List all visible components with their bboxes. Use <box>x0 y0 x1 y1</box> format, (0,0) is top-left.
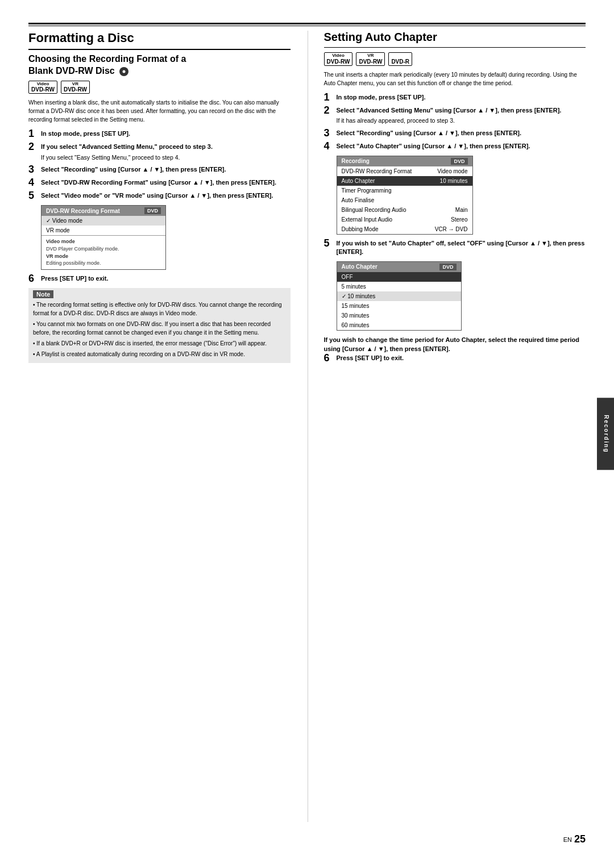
right-intro: The unit inserts a chapter mark periodic… <box>324 70 586 87</box>
page: Formatting a Disc Choosing the Recording… <box>0 0 614 868</box>
left-column: Formatting a Disc Choosing the Recording… <box>28 31 291 822</box>
right-step-2-text: Select "Advanced Setting Menu" using [Cu… <box>337 107 562 114</box>
section-title: Formatting a Disc <box>28 31 291 45</box>
sub-title-line2: Blank DVD-RW Disc <box>28 66 115 76</box>
recording-row-5: External Input Audio Stereo <box>337 215 472 224</box>
auto-chapter-menu: Auto Chapter DVD OFF 5 minutes ✓ 10 minu… <box>337 261 462 331</box>
right-step-6: 6 Press [SET UP] to exit. <box>324 354 586 363</box>
note-item-1: The recording format setting is effectiv… <box>33 301 286 318</box>
sub-title: Choosing the Recording Format of a Blank… <box>28 53 291 77</box>
dvdrw-format-menu: DVD-RW Recording Format DVD ✓ Video mode… <box>41 205 166 269</box>
recording-menu: Recording DVD DVD-RW Recording Format Vi… <box>337 156 473 235</box>
page-number: 25 <box>574 833 586 845</box>
recording-sidebar-tab: Recording <box>597 398 614 470</box>
step-1-text: In stop mode, press [SET UP]. <box>41 130 130 137</box>
auto-chapter-label: Auto Chapter <box>342 264 377 270</box>
recording-row-1: Auto Chapter 10 minutes <box>337 176 472 186</box>
auto-chapter-badge: DVD <box>439 264 456 270</box>
right-step-3-text: Select "Recording" using [Cursor ▲ / ▼],… <box>337 130 522 136</box>
badges-row: Video DVD-RW VR DVD-RW <box>28 81 291 94</box>
recording-row-4: Bilingual Recording Audio Main <box>337 205 472 215</box>
note-item-2: You cannot mix two formats on one DVD-RW… <box>33 320 286 337</box>
menu-footer: Video mode DVD Player Compatibility mode… <box>42 235 165 269</box>
right-step-1-text: In stop mode, press [SET UP]. <box>337 94 426 101</box>
right-step-2-sub: If it has already appeared, proceed to s… <box>337 116 586 125</box>
note-item-3: If a blank DVD+R or DVD+RW disc is inser… <box>33 339 286 348</box>
badge-video-dvdrw: Video DVD-RW <box>28 81 57 94</box>
step-4: 4 Select "DVD-RW Recording Format" using… <box>28 178 291 187</box>
step-6: 6 Press [SET UP] to exit. <box>28 274 291 283</box>
note-item-4: A Playlist is created automatically duri… <box>33 350 286 358</box>
two-column-layout: Formatting a Disc Choosing the Recording… <box>28 31 586 822</box>
right-badges-row: Video DVD-RW VR DVD-RW DVD-R <box>324 52 586 66</box>
disc-icon <box>119 67 128 76</box>
mid-rule <box>28 26 586 26</box>
step-2-sub: If you select "Easy Setting Menu," proce… <box>41 153 291 162</box>
recording-menu-badge: DVD <box>451 158 467 165</box>
right-step-4-text: Select "Auto Chapter" using [Cursor ▲ / … <box>337 143 530 149</box>
right-badge-vr-dvdrw: VR DVD-RW <box>356 52 385 66</box>
right-step-5: 5 If you wish to set "Auto Chapter" off,… <box>324 239 586 257</box>
menu-header-label: DVD-RW Recording Format <box>46 208 120 214</box>
step-1: 1 In stop mode, press [SET UP]. <box>28 130 291 139</box>
auto-chapter-5: 5 minutes <box>337 282 461 291</box>
auto-chapter-header: Auto Chapter DVD <box>337 262 461 272</box>
step-5-text: Select "Video mode" or "VR mode" using [… <box>41 192 273 199</box>
right-badge-dvdr: DVD-R <box>388 52 412 66</box>
step-4-text: Select "DVD-RW Recording Format" using [… <box>41 179 276 186</box>
menu-item-video-mode: ✓ Video mode <box>42 216 165 226</box>
step-2: 2 If you select "Advanced Setting Menu,"… <box>28 143 291 161</box>
right-step-4: 4 Select "Auto Chapter" using [Cursor ▲ … <box>324 142 586 151</box>
recording-menu-label: Recording <box>342 158 370 164</box>
top-rule <box>28 23 586 24</box>
recording-row-3: Auto Finalise <box>337 195 472 205</box>
step-3-text: Select "Recording" using [Cursor ▲ / ▼],… <box>41 166 226 173</box>
recording-row-0: DVD-RW Recording Format Video mode <box>337 166 472 176</box>
right-step-2: 2 Select "Advanced Setting Menu" using [… <box>324 106 586 125</box>
recording-row-6: Dubbing Mode VCR → DVD <box>337 224 472 234</box>
left-intro: When inserting a blank disc, the unit au… <box>28 98 291 124</box>
badge-vr-dvdrw: VR DVD-RW <box>61 81 90 94</box>
right-column: Setting Auto Chapter Video DVD-RW VR DVD… <box>308 31 586 822</box>
step-3: 3 Select "Recording" using [Cursor ▲ / ▼… <box>28 165 291 174</box>
menu-header-badge: DVD <box>144 207 161 214</box>
auto-chapter-30: 30 minutes <box>337 311 461 320</box>
step-5: 5 Select "Video mode" or "VR mode" using… <box>28 191 291 201</box>
note-title: Note <box>33 290 53 298</box>
note-list: The recording format setting is effectiv… <box>33 301 286 358</box>
page-number-row: EN 25 <box>28 833 586 845</box>
auto-chapter-60: 60 minutes <box>337 320 461 330</box>
recording-menu-header: Recording DVD <box>337 156 472 166</box>
step-6-text: Press [SET UP] to exit. <box>41 275 109 282</box>
right-section-title: Setting Auto Chapter <box>324 31 586 44</box>
right-step-6-text: Press [SET UP] to exit. <box>337 354 404 361</box>
sub-title-line1: Choosing the Recording Format of a <box>28 54 186 64</box>
recording-row-2: Timer Programming <box>337 186 472 195</box>
right-step-5-text: If you wish to set "Auto Chapter" off, s… <box>337 240 585 255</box>
right-step-3: 3 Select "Recording" using [Cursor ▲ / ▼… <box>324 129 586 138</box>
auto-chapter-15: 15 minutes <box>337 301 461 311</box>
page-en-label: EN <box>563 836 572 843</box>
auto-chapter-off: OFF <box>337 272 461 282</box>
step-2-text: If you select "Advanced Setting Menu," p… <box>41 143 213 150</box>
menu-header: DVD-RW Recording Format DVD <box>42 206 165 216</box>
right-step-1: 1 In stop mode, press [SET UP]. <box>324 93 586 102</box>
note-box: Note The recording format setting is eff… <box>28 288 291 363</box>
menu-item-vr-mode: VR mode <box>42 226 165 235</box>
change-time-text: If you wish to change the time period fo… <box>324 335 586 354</box>
note-text: The recording format setting is effectiv… <box>33 301 286 358</box>
auto-chapter-10: ✓ 10 minutes <box>337 291 461 301</box>
right-badge-video-dvdrw: Video DVD-RW <box>324 52 353 66</box>
